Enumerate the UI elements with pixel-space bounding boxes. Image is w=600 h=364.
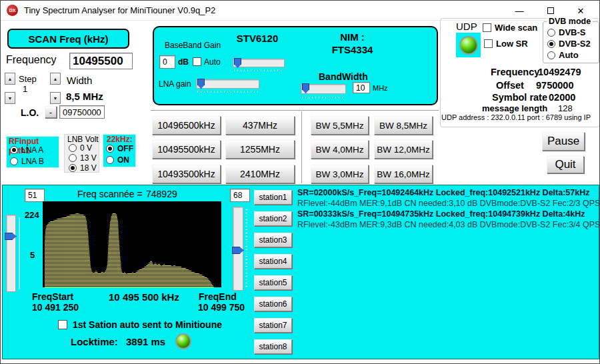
divider — [151, 110, 439, 111]
minimize-icon: — — [515, 6, 524, 16]
bw-button-4-0[interactable]: BW 4,0MHz — [311, 140, 369, 159]
station7-button[interactable]: station7 — [254, 318, 292, 333]
lnb-0v-radio[interactable] — [69, 144, 77, 152]
lna-gain-slider[interactable] — [196, 79, 259, 89]
lnb-13v-label: 13 V — [80, 153, 97, 163]
khz22-panel: 22kHz: OFF ON — [103, 134, 136, 167]
message-length-value: 128 — [558, 103, 573, 113]
dvb-auto-radio[interactable] — [547, 51, 555, 59]
bw-button-3-0[interactable]: BW 3,0MHz — [311, 165, 369, 183]
pause-button[interactable]: Pause — [542, 132, 585, 151]
close-icon: ✕ — [577, 6, 585, 16]
bw-button-8-5[interactable]: BW 8,5MHz — [374, 116, 433, 135]
khz22-on-radio[interactable] — [106, 156, 114, 164]
width-value: 8,5 MHz — [66, 91, 103, 102]
width-label: Width — [67, 75, 92, 86]
frequency-input[interactable]: 10495500 — [69, 53, 133, 69]
right-gain-input[interactable]: 68 — [230, 189, 250, 202]
lo-label: L.O. — [21, 107, 39, 118]
status-symbol-rate-label: Symbol rate — [492, 92, 547, 103]
app-window: DX Tiny Spectrum Analyser for MiniTioune… — [0, 0, 600, 364]
lnb-volt-group: LNB Volt 0 V 13 V 18 V — [64, 134, 99, 173]
baseband-gain-ticks — [234, 69, 283, 71]
tuner-chip-label: STV6120 — [221, 33, 294, 44]
dvb-mode-group: DVB mode DVB-S DVB-S2 Auto — [543, 21, 599, 63]
left-slider-track[interactable] — [6, 215, 16, 292]
station2-button[interactable]: station2 — [254, 211, 292, 226]
status-offset-label: Offset — [496, 80, 524, 91]
station3-button[interactable]: station3 — [254, 233, 292, 247]
station1-button[interactable]: station1 — [254, 190, 292, 205]
quit-button[interactable]: Quit — [547, 156, 584, 173]
right-slider-ticks — [245, 209, 247, 288]
udp-led-indicator — [459, 36, 478, 55]
station6-button[interactable]: station6 — [254, 297, 292, 311]
baseband-gain-input[interactable]: 0 — [159, 55, 175, 69]
bw-button-16-0[interactable]: BW 16,0MHz — [374, 165, 433, 183]
scan-freq-button[interactable]: SCAN Freq (kHz) — [7, 29, 129, 49]
lo-input[interactable]: 09750000 — [59, 105, 105, 119]
low-sr-checkbox[interactable] — [484, 39, 493, 48]
lna-b-radio[interactable] — [10, 157, 18, 165]
low-sr-label: Low SR — [496, 39, 528, 49]
lna-gain-ticks — [197, 91, 258, 93]
bw-button-5-5[interactable]: BW 5,5MHz — [311, 116, 369, 135]
lo-minus-button[interactable]: - — [45, 106, 57, 118]
wide-scan-label: Wide scan — [495, 23, 537, 33]
freq-end-label: FreqEnd — [199, 291, 237, 302]
freq-preset-button-3[interactable]: 10493500kHz — [152, 165, 221, 183]
freq-start-label: FreqStart — [32, 291, 73, 302]
udp-led-frame — [456, 33, 481, 57]
message-length-label: message length — [482, 103, 547, 113]
left-slider-ruler — [19, 217, 20, 289]
band-preset-button-1[interactable]: 437MHz — [225, 116, 295, 135]
nim-value: FTS4334 — [311, 44, 394, 55]
lna-a-radio[interactable] — [10, 146, 18, 154]
bw-button-12-0[interactable]: BW 12,0MHz — [374, 140, 433, 159]
width-down-button[interactable]: ▼ — [50, 92, 61, 104]
station4-button[interactable]: station4 — [254, 254, 292, 269]
divider — [301, 111, 303, 183]
freq-scanned-label: Freq scannée = — [77, 189, 143, 199]
status-offset-value: 9750000 — [536, 80, 573, 91]
arrow-down-icon: ▼ — [53, 96, 58, 101]
dvb-s2-radio[interactable] — [547, 40, 555, 48]
auto-send-checkbox[interactable] — [58, 320, 67, 329]
freq-end-value: 10 499 750 — [198, 302, 245, 313]
step-down-button[interactable]: ▼ — [5, 92, 15, 104]
wide-scan-checkbox[interactable] — [483, 23, 491, 32]
station5-button[interactable]: station5 — [254, 275, 292, 290]
udp-label: UDP — [456, 21, 477, 32]
dvb-auto-label: Auto — [559, 50, 579, 60]
station2-level-line: RFlevel:-43dBm MER:9,3dB CN needed:4,03 … — [297, 219, 599, 230]
auto-gain-checkbox[interactable] — [193, 57, 201, 66]
khz22-off-radio[interactable] — [106, 145, 114, 153]
bandwidth-input[interactable]: 10 — [353, 82, 370, 93]
left-gain-input[interactable]: 51 — [25, 189, 45, 202]
station8-button[interactable]: station8 — [254, 339, 292, 354]
status-frequency-label: Frequency — [491, 67, 539, 77]
khz22-title: 22kHz: — [107, 135, 133, 144]
freq-center-value: 10 495 500 kHz — [101, 291, 187, 303]
frequency-label: Frequency — [6, 54, 57, 66]
khz22-off-label: OFF — [117, 144, 133, 153]
freq-preset-button-1[interactable]: 10496500kHz — [152, 116, 221, 135]
lnb-13v-radio[interactable] — [69, 154, 77, 162]
lnb-18v-radio[interactable] — [69, 164, 77, 172]
width-up-button[interactable]: ▲ — [50, 73, 61, 85]
tuner-panel: BaseBand Gain STV6120 NIM : FTS4334 0 dB… — [153, 26, 438, 105]
khz22-on-label: ON — [117, 155, 129, 165]
spectrum-display — [43, 201, 221, 287]
dvb-s-radio[interactable] — [547, 29, 555, 37]
freq-preset-button-2[interactable]: 10495500kHz — [152, 140, 221, 159]
band-preset-button-2[interactable]: 1255MHz — [225, 140, 295, 159]
baseband-gain-unit: dB — [178, 57, 189, 67]
auto-send-label: 1st Sation auto sent to Minitioune — [73, 319, 222, 330]
station-button-column: station1 station2 station3 station4 stat… — [254, 190, 292, 354]
app-icon: DX — [7, 5, 18, 16]
step-up-button[interactable]: ▲ — [5, 73, 15, 85]
station-messages: SR=02000kS/s_Freq=10492464kHz Locked_fre… — [297, 187, 599, 230]
arrow-up-icon: ▲ — [53, 77, 58, 81]
band-preset-button-3[interactable]: 2410MHz — [225, 165, 295, 183]
locktime-label: Locktime: — [71, 336, 118, 347]
